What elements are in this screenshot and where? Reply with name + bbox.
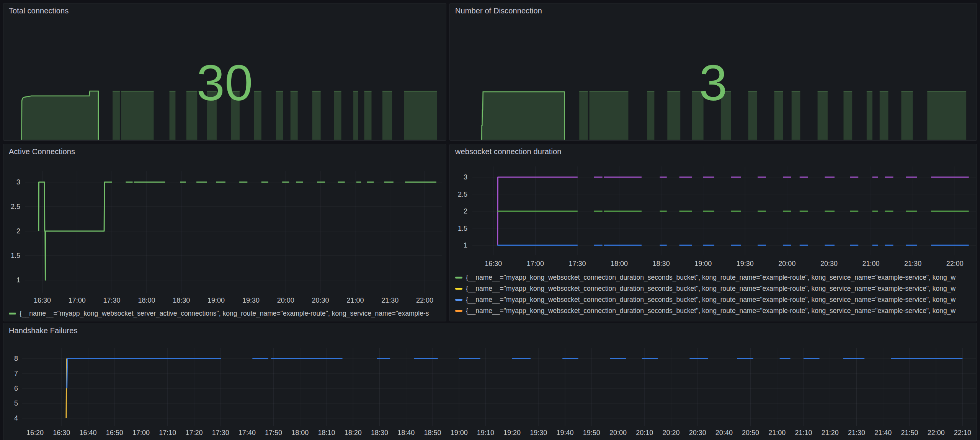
timeseries-canvas[interactable]: 16:3017:0017:3018:0018:3019:0019:3020:00… [3, 144, 446, 321]
x-tick-label: 16:30 [34, 297, 51, 304]
x-tick-label: 18:00 [291, 429, 309, 437]
y-tick-label: 5 [14, 399, 18, 407]
x-tick-label: 21:40 [874, 429, 892, 437]
stat-value-disconnection: 3 [450, 58, 977, 108]
x-tick-label: 18:30 [173, 297, 190, 304]
timeseries-active-connections[interactable]: 16:3017:0017:3018:0018:3019:0019:3020:00… [3, 144, 446, 321]
timeseries-canvas[interactable]: 16:2016:3016:4016:5017:0017:1017:2017:30… [3, 323, 977, 440]
x-tick-label: 21:30 [904, 260, 921, 267]
legend-item[interactable]: {__name__="myapp_kong_websocket_connecti… [455, 272, 973, 283]
x-tick-label: 19:00 [694, 260, 712, 267]
series-line-active_connections [39, 182, 112, 280]
legend-websocket-duration: {__name__="myapp_kong_websocket_connecti… [455, 272, 973, 316]
series-line-handshake_failures_spike [66, 359, 67, 418]
x-tick-label: 21:30 [381, 297, 399, 304]
x-tick-label: 21:10 [795, 429, 812, 437]
legend-active-connections: {__name__="myapp_kong_websocket_server_a… [9, 308, 443, 319]
y-tick-label: 6 [14, 385, 18, 392]
x-tick-label: 16:50 [106, 429, 123, 437]
y-tick-label: 7 [14, 370, 18, 377]
x-tick-label: 20:10 [636, 429, 653, 437]
x-tick-label: 19:30 [242, 297, 260, 304]
y-tick-label: 1 [16, 276, 20, 284]
x-tick-label: 18:30 [653, 260, 670, 267]
x-tick-label: 17:40 [238, 429, 256, 437]
series-color-swatch [455, 310, 462, 312]
legend-item[interactable]: {__name__="myapp_kong_websocket_connecti… [455, 294, 973, 305]
x-tick-label: 17:50 [265, 429, 282, 437]
x-tick-label: 17:30 [212, 429, 229, 437]
x-tick-label: 18:10 [318, 429, 335, 437]
legend-item[interactable]: {__name__="myapp_kong_websocket_connecti… [455, 283, 973, 294]
y-tick-label: 2.5 [458, 191, 467, 198]
x-tick-label: 20:30 [312, 297, 329, 304]
legend-item[interactable]: {__name__="myapp_kong_websocket_connecti… [455, 305, 973, 316]
x-tick-label: 20:30 [820, 260, 838, 267]
y-tick-label: 8 [14, 355, 18, 362]
series-color-swatch [455, 299, 462, 301]
x-tick-label: 20:00 [778, 260, 795, 267]
x-tick-label: 20:30 [689, 429, 706, 437]
legend-label: {__name__="myapp_kong_websocket_server_a… [20, 310, 429, 318]
x-tick-label: 17:20 [185, 429, 203, 437]
y-tick-label: 4 [14, 414, 18, 422]
x-tick-label: 21:50 [901, 429, 918, 437]
x-tick-label: 20:00 [277, 297, 294, 304]
panel-title-total-connections[interactable]: Total connections [9, 7, 69, 15]
x-tick-label: 18:00 [138, 297, 155, 304]
x-tick-label: 19:10 [477, 429, 494, 437]
x-tick-label: 16:40 [80, 429, 97, 437]
x-tick-label: 21:00 [346, 297, 364, 304]
y-tick-label: 2.5 [11, 203, 20, 210]
x-tick-label: 20:50 [742, 429, 759, 437]
x-tick-label: 20:00 [609, 429, 627, 437]
x-tick-label: 22:00 [416, 297, 433, 304]
x-tick-label: 17:00 [527, 260, 544, 267]
panel-total-connections: Total connections 30 [3, 3, 446, 141]
legend-label: {__name__="myapp_kong_websocket_connecti… [466, 296, 956, 304]
x-tick-label: 18:30 [371, 429, 388, 437]
x-tick-label: 17:30 [568, 260, 586, 267]
x-tick-label: 16:30 [485, 260, 502, 267]
panel-active-connections: Active Connections 16:3017:0017:3018:001… [3, 144, 446, 321]
legend-item[interactable]: {__name__="myapp_kong_websocket_server_a… [9, 308, 443, 319]
panel-title-active-connections[interactable]: Active Connections [9, 147, 75, 156]
x-tick-label: 19:20 [503, 429, 521, 437]
x-tick-label: 16:20 [26, 429, 44, 437]
x-tick-label: 17:00 [69, 297, 86, 304]
panel-title-number-of-disconnection[interactable]: Number of Disconnection [455, 7, 542, 15]
x-tick-label: 19:00 [207, 297, 225, 304]
series-color-swatch [455, 288, 462, 290]
x-tick-label: 19:30 [530, 429, 547, 437]
x-tick-label: 21:00 [862, 260, 880, 267]
series-color-swatch [455, 277, 462, 279]
series-color-swatch [9, 313, 16, 315]
x-tick-label: 18:20 [345, 429, 362, 437]
y-tick-label: 1.5 [11, 252, 20, 259]
panel-number-of-disconnection: Number of Disconnection 3 [449, 3, 977, 141]
panel-handshake-failures: Handshake Failures 16:2016:3016:4016:501… [3, 323, 977, 440]
legend-label: {__name__="myapp_kong_websocket_connecti… [466, 307, 956, 315]
panel-websocket-connection-duration: websocket connection duration 16:3017:00… [449, 144, 977, 321]
x-tick-label: 21:20 [822, 429, 839, 437]
x-tick-label: 22:10 [954, 429, 971, 437]
y-tick-label: 1 [464, 241, 467, 249]
x-tick-label: 19:50 [583, 429, 600, 437]
x-tick-label: 19:30 [737, 260, 754, 267]
y-tick-label: 3 [464, 173, 467, 181]
panel-title-websocket-connection-duration[interactable]: websocket connection duration [455, 147, 562, 156]
x-tick-label: 22:00 [946, 260, 964, 267]
x-tick-label: 22:00 [928, 429, 945, 437]
x-tick-label: 20:40 [715, 429, 733, 437]
y-tick-label: 2 [16, 227, 20, 235]
y-tick-label: 2 [464, 207, 467, 215]
x-tick-label: 21:00 [768, 429, 786, 437]
x-tick-label: 18:50 [424, 429, 441, 437]
x-tick-label: 20:20 [662, 429, 679, 437]
x-tick-label: 19:40 [557, 429, 574, 437]
x-tick-label: 17:30 [103, 297, 121, 304]
y-tick-label: 1.5 [458, 225, 467, 232]
panel-title-handshake-failures[interactable]: Handshake Failures [9, 326, 78, 335]
x-tick-label: 18:00 [611, 260, 628, 267]
timeseries-handshake-failures[interactable]: 16:2016:3016:4016:5017:0017:1017:2017:30… [3, 323, 977, 440]
